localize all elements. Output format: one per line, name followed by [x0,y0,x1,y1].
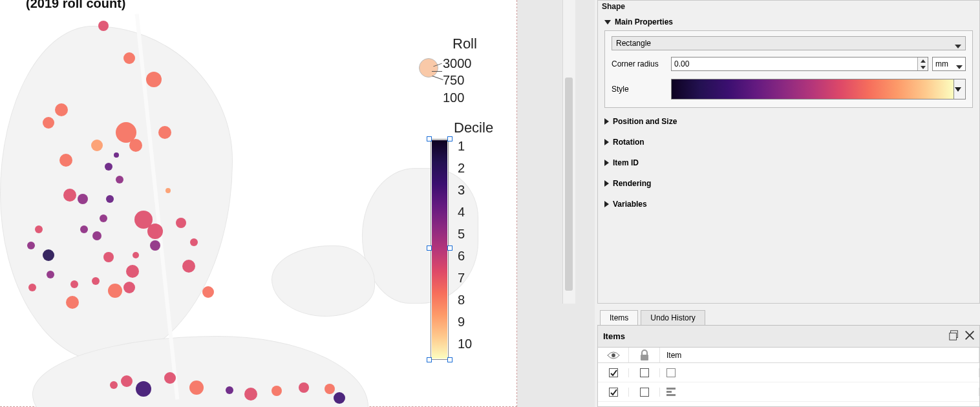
section-variables[interactable]: Variables [604,197,973,211]
tab-items[interactable]: Items [600,310,638,325]
map-point[interactable] [244,388,257,401]
map-point[interactable] [123,282,135,293]
section-rendering[interactable]: Rendering [604,176,973,191]
section-rotation[interactable]: Rotation [604,135,973,149]
selection-handle[interactable] [447,245,453,251]
spin-down-button[interactable] [918,64,928,70]
map-point[interactable] [110,381,118,389]
map-point[interactable] [92,277,100,285]
section-position-and-size[interactable]: Position and Size [604,114,973,129]
map-point[interactable] [133,252,139,258]
map-point[interactable] [150,240,160,251]
lock-checkbox[interactable] [640,368,649,377]
map-point[interactable] [66,296,79,309]
spinner [917,57,928,70]
shape-type-combo[interactable]: Rectangle [612,36,966,50]
map-point[interactable] [158,126,171,139]
map-point[interactable] [334,392,345,404]
section-main-properties[interactable]: Main Properties [604,15,973,29]
map-point[interactable] [91,140,103,151]
map-point[interactable] [116,176,123,183]
combo-value: mm [935,59,948,68]
map-point[interactable] [123,52,135,64]
chevron-down-icon [955,41,961,50]
items-toolbar: Items [597,326,980,348]
corner-radius-input[interactable]: 0.00 [671,57,928,71]
scrollbar-thumb[interactable] [565,78,573,291]
items-row[interactable] [598,382,979,402]
style-dropdown-button[interactable] [954,79,966,99]
selection-handle[interactable] [427,136,432,141]
map-point[interactable] [70,280,78,288]
selection-handle[interactable] [427,357,432,362]
map-point[interactable] [147,224,163,239]
map-point[interactable] [28,284,36,291]
map-point[interactable] [164,372,176,384]
map-point[interactable] [165,188,171,193]
chevron-right-icon [604,139,609,145]
svg-rect-1 [950,333,957,340]
spin-up-button[interactable] [918,57,928,64]
unit-combo[interactable]: mm [932,57,966,71]
items-tabs: Items Undo History [597,308,980,326]
close-icon[interactable] [964,329,975,343]
map-point[interactable] [47,271,54,278]
map-point[interactable] [106,195,114,203]
map-point[interactable] [189,381,204,395]
map-point[interactable] [35,225,43,233]
visibility-checkbox[interactable] [609,388,618,397]
map-point[interactable] [325,384,335,394]
map-point[interactable] [59,154,72,167]
map-point[interactable] [78,194,88,204]
map-point[interactable] [299,382,309,393]
panel-title: Shape [598,1,979,12]
map-point[interactable] [136,381,151,397]
items-row[interactable] [598,363,979,382]
map-point[interactable] [103,252,114,262]
selection-handle[interactable] [447,136,453,141]
vertical-scrollbar[interactable] [562,0,575,304]
lock-checkbox[interactable] [640,388,649,397]
column-visibility [598,348,629,362]
legend-roll-value: 3000 [443,56,472,71]
visibility-checkbox[interactable] [609,368,618,377]
map-point[interactable] [176,218,186,228]
map-point[interactable] [129,139,142,152]
section-item-id[interactable]: Item ID [604,156,973,170]
map-point[interactable] [43,249,54,261]
map-point[interactable] [202,286,214,298]
map-point[interactable] [121,375,133,387]
map-point[interactable] [27,242,35,249]
legend-decile-tick: 10 [458,337,472,351]
map-point[interactable] [226,386,233,394]
map-point[interactable] [43,117,54,129]
map-point[interactable] [105,163,112,171]
legend-roll[interactable]: Roll 3000 750 100 [414,36,517,120]
map-point[interactable] [108,284,122,298]
map-point[interactable] [55,103,68,116]
corner-radius-label: Corner radius [612,59,671,68]
legend-decile[interactable]: Decile 12345678910 [427,120,517,378]
chevron-right-icon [604,180,609,187]
restore-icon[interactable] [948,329,960,343]
map-point[interactable] [272,386,282,396]
tab-undo-history[interactable]: Undo History [641,310,705,325]
map-point[interactable] [114,152,119,158]
map-point[interactable] [100,214,107,222]
section-label: Position and Size [613,117,677,126]
section-label: Rotation [613,138,644,147]
map-point[interactable] [146,72,162,87]
map-point[interactable] [92,231,101,240]
legend-decile-title: Decile [454,120,493,136]
style-preview[interactable] [671,79,954,99]
selection-handle[interactable] [447,357,453,362]
map-point[interactable] [63,189,76,202]
map-point[interactable] [98,21,109,31]
legend-roll-bubble [419,58,438,78]
map-point[interactable] [126,265,139,278]
layout-canvas[interactable]: (2019 roll count) Roll 3000 750 100 Deci… [0,0,562,407]
selection-handle[interactable] [427,245,432,251]
map-point[interactable] [190,238,198,246]
map-point[interactable] [182,260,195,273]
map-point[interactable] [80,225,88,233]
